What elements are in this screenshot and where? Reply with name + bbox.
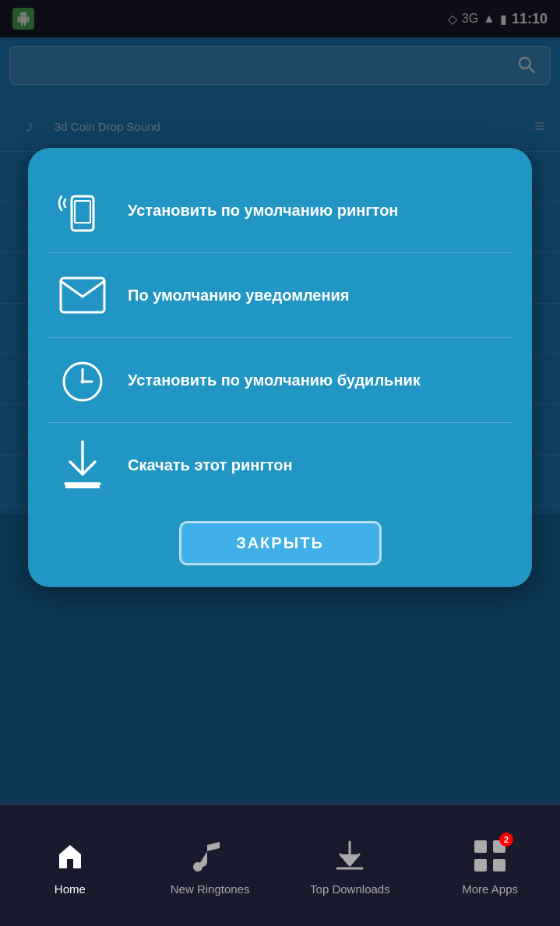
- home-icon: [50, 836, 90, 876]
- set-alarm-label: Установить по умолчанию будильник: [128, 370, 421, 390]
- set-ringtone-label: Установить по умолчанию рингтон: [128, 200, 398, 220]
- nav-item-home[interactable]: Home: [0, 805, 140, 926]
- set-notification-item[interactable]: По умолчанию уведомления: [47, 256, 513, 334]
- nav-item-more-apps[interactable]: 2 More Apps: [420, 805, 560, 926]
- music-note-nav-icon: [190, 836, 231, 876]
- bottom-nav: Home New Ringtones Top Downloads: [0, 805, 560, 926]
- download-ringtone-label: Скачать этот рингтон: [128, 455, 293, 475]
- more-apps-badge: 2: [499, 833, 513, 847]
- phone-vibrate-icon: [55, 182, 111, 238]
- svg-rect-13: [474, 859, 487, 871]
- download-icon: [55, 437, 111, 493]
- nav-item-top-downloads[interactable]: Top Downloads: [280, 805, 421, 926]
- nav-label-top-downloads: Top Downloads: [310, 882, 390, 896]
- svg-rect-11: [474, 840, 487, 853]
- set-notification-label: По умолчанию уведомления: [128, 285, 350, 305]
- divider-1: [47, 252, 513, 253]
- more-apps-icon-container: 2: [470, 836, 510, 876]
- nav-label-new-ringtones: New Ringtones: [171, 882, 250, 896]
- nav-item-new-ringtones[interactable]: New Ringtones: [140, 805, 280, 926]
- download-ringtone-item[interactable]: Скачать этот рингтон: [47, 426, 513, 504]
- clock-icon: [55, 352, 111, 408]
- envelope-icon: [55, 267, 111, 323]
- divider-2: [47, 337, 513, 338]
- svg-rect-2: [61, 278, 104, 312]
- download-nav-icon: [329, 836, 370, 876]
- divider-3: [47, 422, 513, 423]
- nav-label-home: Home: [55, 882, 86, 896]
- svg-rect-1: [75, 201, 90, 223]
- nav-label-more-apps: More Apps: [462, 882, 518, 896]
- svg-rect-14: [493, 859, 505, 871]
- set-alarm-item[interactable]: Установить по умолчанию будильник: [47, 341, 513, 419]
- dialog-card: Установить по умолчанию рингтон По умолч…: [28, 148, 532, 587]
- svg-point-6: [81, 380, 85, 384]
- set-ringtone-item[interactable]: Установить по умолчанию рингтон: [47, 171, 513, 249]
- close-button[interactable]: ЗАКРЫТЬ: [179, 521, 382, 565]
